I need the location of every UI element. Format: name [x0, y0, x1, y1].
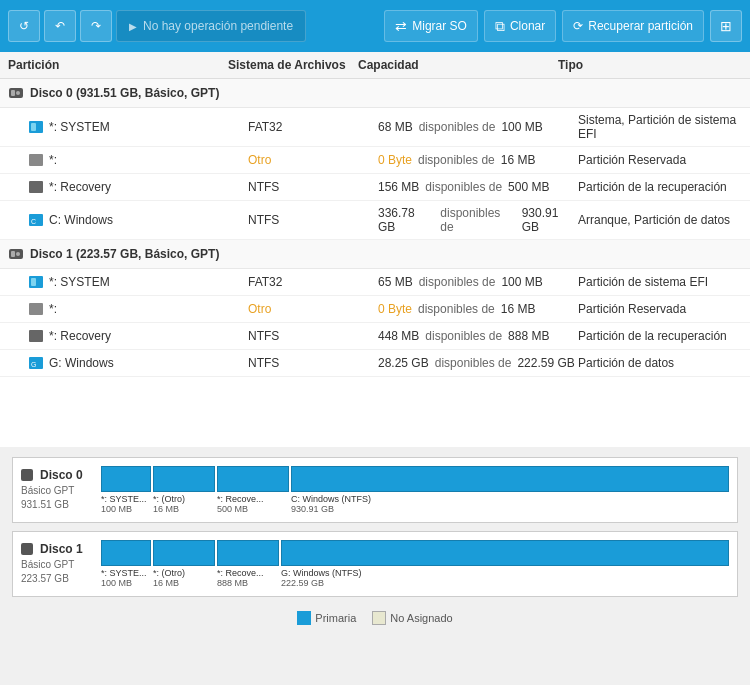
migrate-icon: ⇄: [395, 18, 407, 34]
svg-rect-13: [31, 278, 36, 286]
table-row[interactable]: *: Recovery NTFS 448 MB disponibles de 8…: [0, 323, 750, 350]
col-type: Tipo: [558, 58, 742, 72]
svg-rect-14: [29, 303, 43, 315]
redo-icon: ↷: [91, 19, 101, 33]
migrate-label: Migrar SO: [412, 19, 467, 33]
svg-rect-1: [11, 90, 15, 96]
back-button[interactable]: ↺: [8, 10, 40, 42]
col-fs: Sistema de Archivos: [228, 58, 358, 72]
visual-area: Disco 0 Básico GPT 931.51 GB *: SYSTE...…: [0, 447, 750, 641]
svg-point-11: [16, 252, 20, 256]
disk1-seg0: *: SYSTE... 100 MB: [101, 540, 151, 588]
disk1-visual-label: Disco 1 Básico GPT 223.57 GB: [21, 542, 93, 586]
disk0-seg0: *: SYSTE... 100 MB: [101, 466, 151, 514]
table-row[interactable]: *: SYSTEM FAT32 68 MB disponibles de 100…: [0, 108, 750, 147]
redo-button[interactable]: ↷: [80, 10, 112, 42]
disk-icon: [21, 543, 33, 555]
svg-rect-6: [29, 181, 43, 193]
partition-icon: [28, 301, 44, 317]
disk0-bar: *: SYSTE... 100 MB *: (Otro) 16 MB *: Re…: [101, 466, 729, 514]
partition-icon: [28, 274, 44, 290]
recover-label: Recuperar partición: [588, 19, 693, 33]
table-row[interactable]: *: SYSTEM FAT32 65 MB disponibles de 100…: [0, 269, 750, 296]
disk-icon: [21, 469, 33, 481]
clone-icon: ⧉: [495, 18, 505, 35]
svg-rect-4: [31, 123, 36, 131]
disk-icon: [8, 246, 24, 262]
recover-partition-button[interactable]: ⟳ Recuperar partición: [562, 10, 704, 42]
partition-icon: G: [28, 355, 44, 371]
svg-rect-5: [29, 154, 43, 166]
table-row[interactable]: *: Otro 0 Byte disponibles de 16 MB Part…: [0, 147, 750, 174]
table-row[interactable]: *: Recovery NTFS 156 MB disponibles de 5…: [0, 174, 750, 201]
pending-label: No hay operación pendiente: [143, 19, 293, 33]
partition-icon: [28, 119, 44, 135]
partition-icon: C: [28, 212, 44, 228]
pending-status: ▶ No hay operación pendiente: [116, 10, 306, 42]
svg-point-2: [16, 91, 20, 95]
clone-button[interactable]: ⧉ Clonar: [484, 10, 556, 42]
partition-icon: [28, 328, 44, 344]
undo-button[interactable]: ↶: [44, 10, 76, 42]
svg-text:G: G: [31, 361, 36, 368]
disk1-seg3: G: Windows (NTFS) 222.59 GB: [281, 540, 729, 588]
partition-icon: [28, 152, 44, 168]
table-row[interactable]: G G: Windows NTFS 28.25 GB disponibles d…: [0, 350, 750, 377]
windows-button[interactable]: ⊞: [710, 10, 742, 42]
disk0-header: Disco 0 (931.51 GB, Básico, GPT): [0, 79, 750, 108]
toolbar-right: ⇄ Migrar SO ⧉ Clonar ⟳ Recuperar partici…: [384, 10, 742, 42]
partition-table: Partición Sistema de Archivos Capacidad …: [0, 52, 750, 447]
disk1-seg2: *: Recove... 888 MB: [217, 540, 279, 588]
svg-rect-10: [11, 251, 15, 257]
back-icon: ↺: [19, 19, 29, 33]
disk0-visual-label: Disco 0 Básico GPT 931.51 GB: [21, 468, 93, 512]
legend-primary-box: [297, 611, 311, 625]
clone-label: Clonar: [510, 19, 545, 33]
disk-icon: [8, 85, 24, 101]
play-icon: ▶: [129, 21, 137, 32]
svg-text:C: C: [31, 218, 36, 225]
disk1-header: Disco 1 (223.57 GB, Básico, GPT): [0, 240, 750, 269]
disk0-seg1: *: (Otro) 16 MB: [153, 466, 215, 514]
disk0-visual: Disco 0 Básico GPT 931.51 GB *: SYSTE...…: [12, 457, 738, 523]
disk1-bar: *: SYSTE... 100 MB *: (Otro) 16 MB *: Re…: [101, 540, 729, 588]
toolbar: ↺ ↶ ↷ ▶ No hay operación pendiente ⇄ Mig…: [0, 0, 750, 52]
svg-rect-15: [29, 330, 43, 342]
legend-primary-label: Primaria: [315, 612, 356, 624]
col-capacity: Capacidad: [358, 58, 558, 72]
col-partition: Partición: [8, 58, 228, 72]
table-header: Partición Sistema de Archivos Capacidad …: [0, 52, 750, 79]
disk1-seg1: *: (Otro) 16 MB: [153, 540, 215, 588]
disk0-seg3: C: Windows (NTFS) 930.91 GB: [291, 466, 729, 514]
migrate-os-button[interactable]: ⇄ Migrar SO: [384, 10, 478, 42]
windows-icon: ⊞: [720, 18, 732, 34]
legend: Primaria No Asignado: [12, 605, 738, 631]
legend-unassigned: No Asignado: [372, 611, 452, 625]
legend-unassigned-box: [372, 611, 386, 625]
table-row[interactable]: *: Otro 0 Byte disponibles de 16 MB Part…: [0, 296, 750, 323]
undo-icon: ↶: [55, 19, 65, 33]
disk1-visual: Disco 1 Básico GPT 223.57 GB *: SYSTE...…: [12, 531, 738, 597]
recover-icon: ⟳: [573, 19, 583, 33]
partition-icon: [28, 179, 44, 195]
disk0-seg2: *: Recove... 500 MB: [217, 466, 289, 514]
legend-primary: Primaria: [297, 611, 356, 625]
table-row[interactable]: C C: Windows NTFS 336.78 GB disponibles …: [0, 201, 750, 240]
legend-unassigned-label: No Asignado: [390, 612, 452, 624]
